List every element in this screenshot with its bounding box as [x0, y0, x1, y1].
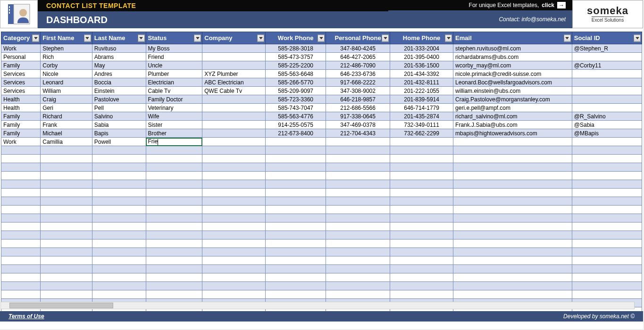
cell-email[interactable]: [453, 146, 572, 155]
cell-company[interactable]: [202, 265, 266, 273]
cell-last[interactable]: Pastolove: [92, 95, 146, 104]
cell-home_phone[interactable]: [390, 138, 453, 146]
cell-personal_phone[interactable]: [326, 223, 390, 231]
cell-category[interactable]: [1, 239, 41, 248]
cell-work_phone[interactable]: [266, 138, 326, 146]
cell-last[interactable]: [92, 172, 146, 180]
table-row[interactable]: WorkCamilliaPowellFrie: [1, 138, 642, 146]
filter-dropdown-icon[interactable]: [564, 34, 571, 41]
cell-email[interactable]: [453, 223, 572, 231]
cell-category[interactable]: [1, 172, 41, 180]
cell-email[interactable]: geri.e.pell@ampf.com: [453, 104, 572, 112]
cell-status[interactable]: [146, 248, 202, 256]
cell-first[interactable]: Camillia: [41, 138, 92, 146]
cell-social[interactable]: @Sabia: [572, 121, 642, 129]
cell-home_phone[interactable]: [390, 256, 453, 265]
cell-personal_phone[interactable]: [326, 155, 390, 163]
cell-company[interactable]: XYZ Plumber: [202, 70, 266, 78]
cell-home_phone[interactable]: [390, 248, 453, 256]
cell-status[interactable]: Electrician: [146, 78, 202, 87]
cell-last[interactable]: Abrams: [92, 53, 146, 61]
table-row[interactable]: [1, 155, 642, 163]
cell-work_phone[interactable]: [266, 290, 326, 299]
cell-first[interactable]: [41, 146, 92, 155]
cell-category[interactable]: [1, 248, 41, 256]
cell-first[interactable]: Rich: [41, 53, 92, 61]
cell-email[interactable]: [453, 214, 572, 223]
promo-link[interactable]: For unique Excel templates, click →: [388, 0, 572, 10]
cell-last[interactable]: [92, 214, 146, 223]
cell-status[interactable]: [146, 265, 202, 273]
cell-work_phone[interactable]: [266, 223, 326, 231]
cell-work_phone[interactable]: [266, 256, 326, 265]
cell-home_phone[interactable]: 201-333-2004: [390, 44, 453, 53]
cell-last[interactable]: [92, 189, 146, 197]
cell-status[interactable]: Family Doctor: [146, 95, 202, 104]
cell-social[interactable]: [572, 87, 642, 95]
cell-email[interactable]: [453, 189, 572, 197]
cell-home_phone[interactable]: 201-434-3392: [390, 70, 453, 78]
table-row[interactable]: WorkStephenRuvitusoMy Boss585-288-301834…: [1, 44, 642, 53]
table-row[interactable]: [1, 273, 642, 282]
cell-email[interactable]: [453, 231, 572, 239]
cell-home_phone[interactable]: [390, 282, 453, 290]
cell-first[interactable]: Craig: [41, 95, 92, 104]
cell-home_phone[interactable]: [390, 239, 453, 248]
cell-company[interactable]: [202, 197, 266, 206]
cell-home_phone[interactable]: 646-714-1779: [390, 104, 453, 112]
cell-personal_phone[interactable]: [326, 290, 390, 299]
filter-dropdown-icon[interactable]: [382, 34, 389, 41]
cell-status[interactable]: [146, 206, 202, 214]
table-row[interactable]: FamilyRichardSalvinoWife585-563-4776917-…: [1, 112, 642, 121]
cell-personal_phone[interactable]: [326, 146, 390, 155]
cell-last[interactable]: Boccia: [92, 78, 146, 87]
cell-status[interactable]: [146, 172, 202, 180]
cell-work_phone[interactable]: 585-563-4776: [266, 112, 326, 121]
scrollbar-thumb[interactable]: [9, 303, 113, 308]
cell-first[interactable]: William: [41, 87, 92, 95]
cell-last[interactable]: [92, 155, 146, 163]
cell-status[interactable]: [146, 197, 202, 206]
cell-personal_phone[interactable]: [326, 256, 390, 265]
cell-status[interactable]: Uncle: [146, 61, 202, 70]
cell-status[interactable]: [146, 273, 202, 282]
cell-company[interactable]: ABC Electrician: [202, 78, 266, 87]
cell-last[interactable]: [92, 223, 146, 231]
cell-category[interactable]: [1, 163, 41, 172]
cell-personal_phone[interactable]: [326, 206, 390, 214]
someka-logo[interactable]: someka Excel Solutions: [572, 0, 643, 28]
cell-company[interactable]: [202, 180, 266, 189]
cell-company[interactable]: [202, 239, 266, 248]
cell-category[interactable]: [1, 256, 41, 265]
cell-social[interactable]: [572, 239, 642, 248]
cell-first[interactable]: [41, 197, 92, 206]
cell-social[interactable]: [572, 214, 642, 223]
column-header-category[interactable]: Category: [1, 32, 41, 44]
cell-email[interactable]: [453, 248, 572, 256]
cell-personal_phone[interactable]: [326, 282, 390, 290]
table-row[interactable]: FamilyMichaelBapisBrother212-673-8400212…: [1, 129, 642, 138]
cell-company[interactable]: [202, 231, 266, 239]
cell-work_phone[interactable]: 585-266-5770: [266, 78, 326, 87]
filter-dropdown-icon[interactable]: [318, 34, 325, 41]
cell-last[interactable]: [92, 248, 146, 256]
cell-status[interactable]: [146, 189, 202, 197]
cell-company[interactable]: [202, 172, 266, 180]
column-header-email[interactable]: Email: [453, 32, 572, 44]
cell-category[interactable]: [1, 282, 41, 290]
cell-work_phone[interactable]: [266, 197, 326, 206]
cell-company[interactable]: [202, 146, 266, 155]
cell-first[interactable]: [41, 206, 92, 214]
cell-status[interactable]: [146, 163, 202, 172]
column-header-first[interactable]: First Name: [41, 32, 92, 44]
cell-last[interactable]: Pell: [92, 104, 146, 112]
cell-personal_phone[interactable]: 646-427-2065: [326, 53, 390, 61]
cell-category[interactable]: [1, 206, 41, 214]
cell-social[interactable]: [572, 172, 642, 180]
cell-work_phone[interactable]: [266, 180, 326, 189]
column-header-home_phone[interactable]: Home Phone: [390, 32, 453, 44]
cell-status[interactable]: [146, 231, 202, 239]
cell-personal_phone[interactable]: 646-233-6736: [326, 70, 390, 78]
cell-status[interactable]: Friend: [146, 53, 202, 61]
filter-dropdown-icon[interactable]: [138, 34, 145, 41]
